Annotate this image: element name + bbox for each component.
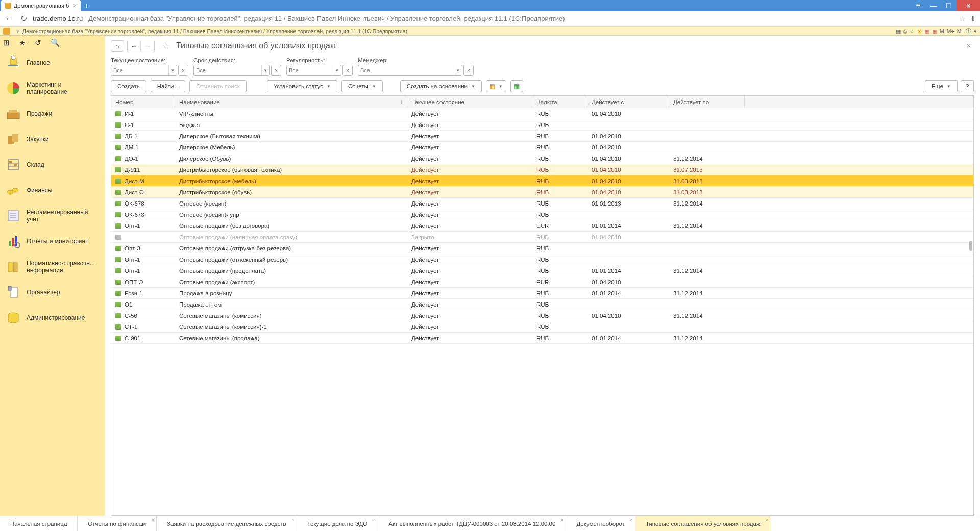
app-dropdown-icon[interactable]: ▾: [16, 28, 19, 34]
table-row[interactable]: ДМ-1Дилерское (Мебель)ДействуетRUB01.04.…: [111, 142, 973, 153]
set-status-button[interactable]: Установить статус▼: [267, 80, 337, 92]
bottom-tab-1[interactable]: Отчеты по финансам×: [78, 516, 157, 531]
filter-validity-clear[interactable]: ×: [271, 65, 281, 76]
tool-icon-3[interactable]: ☆: [910, 28, 915, 34]
sidebar-item-3[interactable]: Закупки: [0, 127, 105, 152]
table-row[interactable]: ОПТ-ЭОптовые продажи (экспорт)ДействуетE…: [111, 276, 973, 288]
bottom-tab-6[interactable]: Типовые соглашения об условиях продаж×: [635, 516, 771, 531]
table-row[interactable]: С-56Сетевые магазины (комиссия)Действует…: [111, 310, 973, 321]
table-row[interactable]: И-1VIP-клиентыДействуетRUB01.04.2010: [111, 108, 973, 119]
col-currency[interactable]: Валюта: [532, 96, 587, 108]
filter-manager-select[interactable]: ▾: [358, 65, 462, 76]
tool-icon-5[interactable]: ▦: [924, 28, 929, 34]
scrollbar-thumb[interactable]: [969, 241, 972, 251]
col-number[interactable]: Номер: [111, 96, 175, 108]
table-row[interactable]: Дист-МДистрибьюторское (мебель)Действует…: [111, 175, 973, 187]
table-row[interactable]: ОК-678Оптовое (кредит)ДействуетRUB01.01.…: [111, 198, 973, 209]
new-tab-button[interactable]: +: [81, 0, 92, 11]
more-button[interactable]: Еще▼: [925, 80, 958, 92]
bottom-tab-2[interactable]: Заявки на расходование денежных средств×: [157, 516, 297, 531]
history-icon[interactable]: ↺: [35, 38, 41, 47]
table-row[interactable]: С-1БюджетДействуетRUB: [111, 119, 973, 131]
table-row[interactable]: ОК-678Оптовое (кредит)- упрДействуетRUB: [111, 209, 973, 220]
table-row[interactable]: ДО-1Дилерское (Обувь)ДействуетRUB01.04.2…: [111, 153, 973, 164]
sidebar-item-5[interactable]: Финансы: [0, 178, 105, 203]
info-icon[interactable]: ⓘ: [966, 28, 971, 35]
table-row[interactable]: С-901Сетевые магазины (продажа)Действует…: [111, 333, 973, 344]
table-row[interactable]: Оптовые продажи (наличная оплата сразу)З…: [111, 232, 973, 243]
close-tab-icon[interactable]: ×: [373, 517, 376, 523]
filter-validity-input[interactable]: [196, 67, 267, 73]
filter-state-input[interactable]: [113, 67, 175, 73]
table-row[interactable]: Опт-3Оптовые продажи (отгрузка без резер…: [111, 243, 973, 254]
reports-button[interactable]: Отчеты▼: [341, 80, 383, 92]
table-row[interactable]: Дист-ОДистрибьюторское (обувь)ДействуетR…: [111, 187, 973, 198]
filter-manager-clear[interactable]: ×: [463, 65, 474, 76]
refresh-button[interactable]: ↻: [18, 14, 29, 24]
app-dropdown-2-icon[interactable]: ▾: [974, 28, 977, 34]
col-to[interactable]: Действует по: [669, 96, 745, 108]
tool-icon-1[interactable]: ▦: [896, 28, 901, 34]
apps-grid-icon[interactable]: ⊞: [3, 38, 10, 47]
chevron-down-icon[interactable]: ▾: [261, 65, 270, 75]
toolbar-icon-1[interactable]: ▦▼: [486, 80, 506, 92]
bookmark-icon[interactable]: ☆: [959, 15, 966, 23]
tool-icon-6[interactable]: ▦: [932, 28, 937, 34]
minimize-button[interactable]: —: [926, 0, 941, 11]
sidebar-item-1[interactable]: Маркетинг и планирование: [0, 75, 105, 101]
close-tab-icon[interactable]: ×: [291, 517, 295, 523]
sidebar-item-8[interactable]: Нормативно-справочн... информация: [0, 254, 105, 280]
filter-validity-select[interactable]: ▾: [193, 65, 270, 76]
search-icon[interactable]: 🔍: [51, 38, 60, 47]
filter-regularity-select[interactable]: ▾: [286, 65, 341, 76]
table-row[interactable]: Опт-1Оптовые продажи (предоплата)Действу…: [111, 265, 973, 276]
tool-icon-2[interactable]: ⎙: [903, 28, 907, 34]
close-tab-icon[interactable]: ×: [151, 517, 154, 523]
sidebar-item-7[interactable]: Отчеты и мониторинг: [0, 229, 105, 254]
nav-forward-button[interactable]: →: [141, 40, 154, 52]
favorite-page-icon[interactable]: ☆: [162, 40, 170, 52]
url-input[interactable]: trade.demo.1c.ru Демонстрационная база "…: [33, 15, 955, 22]
bottom-tab-3[interactable]: Текущие дела по ЭДО×: [297, 516, 379, 531]
close-tab-icon[interactable]: ×: [766, 517, 769, 523]
sidebar-item-4[interactable]: Склад: [0, 152, 105, 178]
browser-menu-icon[interactable]: ≡: [911, 0, 926, 11]
calc-mplus[interactable]: M+: [947, 28, 954, 34]
sidebar-item-2[interactable]: Продажи: [0, 101, 105, 127]
nav-back-button[interactable]: ←: [128, 40, 141, 52]
close-window-button[interactable]: ✕: [957, 0, 980, 11]
browser-tab[interactable]: Демонстрационная б ×: [1, 0, 81, 11]
bottom-tab-4[interactable]: Акт выполненных работ ТДЦУ-000003 от 20.…: [378, 516, 566, 531]
col-from[interactable]: Действует с: [587, 96, 669, 108]
table-row[interactable]: Опт-1Оптовые продажи (отложенный резерв)…: [111, 254, 973, 265]
home-button[interactable]: ⌂: [111, 40, 124, 52]
filter-regularity-input[interactable]: [289, 67, 339, 73]
download-icon[interactable]: ⬇: [970, 15, 976, 23]
chevron-down-icon[interactable]: ▾: [333, 65, 341, 75]
filter-manager-input[interactable]: [360, 67, 460, 73]
close-tab-icon[interactable]: ×: [561, 517, 564, 523]
table-row[interactable]: О1Продажа оптомДействуетRUB: [111, 299, 973, 310]
sidebar-item-6[interactable]: Регламентированный учет: [0, 203, 105, 229]
sidebar-item-10[interactable]: Администрирование: [0, 305, 105, 331]
create-based-button[interactable]: Создать на основании▼: [400, 80, 482, 92]
filter-state-clear[interactable]: ×: [178, 65, 188, 76]
create-button[interactable]: Создать: [111, 80, 146, 92]
help-button[interactable]: ?: [961, 80, 974, 92]
filter-regularity-clear[interactable]: ×: [342, 65, 353, 76]
maximize-button[interactable]: ☐: [941, 0, 957, 11]
chevron-down-icon[interactable]: ▾: [454, 65, 462, 75]
chevron-down-icon[interactable]: ▾: [168, 65, 177, 75]
bottom-tab-0[interactable]: Начальная страница: [0, 516, 78, 531]
table-row[interactable]: Опт-1Оптовые продажи (без договора)Дейст…: [111, 220, 973, 232]
sidebar-item-0[interactable]: Главное: [0, 50, 105, 75]
filter-state-select[interactable]: ▾: [111, 65, 177, 76]
calc-m[interactable]: M: [940, 28, 944, 34]
favorites-star-icon[interactable]: ★: [19, 38, 26, 47]
sidebar-item-9[interactable]: Органайзер: [0, 280, 105, 305]
table-row[interactable]: ДБ-1Дилерское (Бытовая техника)Действует…: [111, 131, 973, 142]
toolbar-icon-2[interactable]: ▦: [510, 80, 523, 92]
table-row[interactable]: Розн-1Продажа в розницуДействуетRUB01.01…: [111, 288, 973, 299]
col-state[interactable]: Текущее состояние: [407, 96, 532, 108]
table-row[interactable]: СТ-1Сетевые магазины (комиссия)-1Действу…: [111, 321, 973, 333]
